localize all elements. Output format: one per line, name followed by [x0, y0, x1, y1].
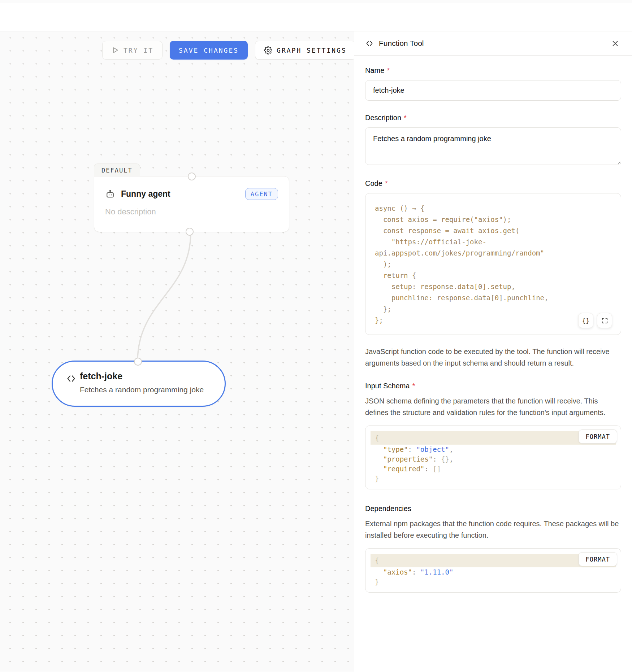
code-help-text: JavaScript function code to be executed …: [365, 346, 621, 369]
agent-node[interactable]: DEFAULT Funny agent AGENT No description: [94, 163, 289, 232]
function-tool-panel: Function Tool Name * Description: [354, 31, 632, 672]
window-top-strip: [0, 0, 632, 3]
input-schema-description: JSON schema defining the parameters that…: [365, 395, 621, 418]
code-brackets-icon: [365, 39, 374, 48]
description-label-text: Description: [365, 114, 401, 122]
agent-node-output-handle[interactable]: [186, 228, 194, 236]
code-label-text: Code: [365, 179, 382, 188]
agent-node-title: Funny agent: [121, 189, 170, 199]
robot-icon: [105, 189, 115, 199]
panel-title: Function Tool: [379, 39, 424, 48]
save-changes-button[interactable]: SAVE CHANGES: [170, 41, 248, 60]
tool-node-title: fetch-joke: [80, 371, 214, 381]
agent-node-input-handle[interactable]: [188, 173, 196, 180]
app-header-bar: [0, 3, 632, 31]
name-label: Name *: [365, 66, 621, 75]
description-field-group: Description * Fetches a random programmi…: [365, 114, 621, 166]
graph-settings-button[interactable]: GRAPH SETTINGS: [255, 41, 354, 60]
dependencies-label-text: Dependencies: [365, 505, 411, 513]
expand-fullscreen-button[interactable]: [597, 313, 612, 328]
required-asterisk: *: [385, 179, 388, 188]
main-layout: TRY IT SAVE CHANGES GRAPH SETTINGS DEFAU…: [0, 31, 632, 672]
input-schema-label-text: Input Schema: [365, 382, 410, 390]
dependencies-label: Dependencies: [365, 505, 621, 513]
agent-node-description: No description: [105, 207, 278, 217]
edge-layer: [0, 31, 354, 672]
code-editor[interactable]: async () ⇒ { const axios = require("axio…: [365, 193, 621, 335]
code-label: Code *: [365, 179, 621, 188]
save-changes-label: SAVE CHANGES: [179, 47, 239, 54]
panel-body: Name * Description * Fetches a random pr…: [354, 56, 632, 593]
name-field-group: Name *: [365, 66, 621, 101]
agent-to-tool-edge: [138, 233, 191, 361]
tool-node-fetch-joke[interactable]: fetch-joke Fetches a random programming …: [52, 361, 226, 407]
close-icon: [611, 40, 619, 47]
input-schema-editor[interactable]: { "type": "object", "properties": {}, "r…: [365, 426, 621, 489]
required-asterisk: *: [412, 382, 415, 390]
braces-icon: {}: [582, 317, 590, 324]
code-editor-content[interactable]: async () ⇒ { const axios = require("axio…: [375, 203, 611, 326]
tool-node-description: Fetches a random programming joke: [80, 385, 214, 394]
play-icon: [111, 46, 119, 54]
dependencies-field-group: Dependencies External npm packages that …: [365, 505, 621, 593]
agent-node-default-tab: DEFAULT: [94, 163, 140, 176]
graph-canvas[interactable]: TRY IT SAVE CHANGES GRAPH SETTINGS DEFAU…: [0, 31, 354, 672]
required-asterisk: *: [387, 66, 390, 75]
name-label-text: Name: [365, 66, 384, 75]
code-editor-actions: {}: [578, 313, 612, 328]
graph-settings-label: GRAPH SETTINGS: [277, 47, 347, 54]
tool-node-input-handle[interactable]: [134, 358, 142, 366]
close-panel-button[interactable]: [609, 37, 621, 49]
code-field-group: Code * async () ⇒ { const axios = requir…: [365, 179, 621, 369]
description-textarea[interactable]: Fetches a random programming joke: [365, 127, 621, 165]
dependencies-editor[interactable]: { "axios": "1.11.0"} FORMAT: [365, 548, 621, 593]
format-braces-button[interactable]: {}: [578, 313, 593, 328]
fullscreen-icon: [601, 317, 608, 324]
name-input[interactable]: [365, 80, 621, 101]
panel-header: Function Tool: [354, 31, 632, 56]
input-schema-label: Input Schema *: [365, 382, 621, 390]
input-schema-field-group: Input Schema * JSON schema defining the …: [365, 382, 621, 489]
try-it-button[interactable]: TRY IT: [102, 41, 163, 60]
required-asterisk: *: [404, 114, 407, 122]
try-it-label: TRY IT: [124, 47, 153, 54]
dependencies-description: External npm packages that the function …: [365, 518, 621, 541]
format-button[interactable]: FORMAT: [579, 429, 617, 444]
gear-icon: [264, 46, 272, 54]
code-brackets-icon: [66, 373, 77, 384]
canvas-toolbar: TRY IT SAVE CHANGES GRAPH SETTINGS: [102, 41, 354, 60]
agent-node-card[interactable]: Funny agent AGENT No description: [94, 176, 289, 232]
agent-type-badge: AGENT: [245, 188, 278, 200]
format-button[interactable]: FORMAT: [579, 552, 617, 566]
description-label: Description *: [365, 114, 621, 122]
